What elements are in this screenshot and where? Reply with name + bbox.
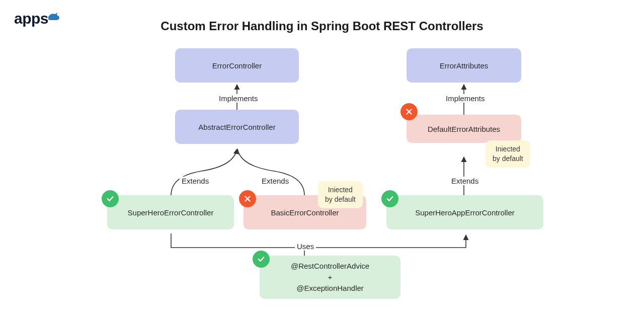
box-rest-controller-advice: @RestControllerAdvice + @ExceptionHandle… [260, 256, 400, 299]
box-label: DefaultErrorAttributes [428, 125, 500, 133]
cross-icon [400, 103, 418, 120]
box-label: SuperHeroAppErrorController [415, 208, 515, 217]
check-icon [102, 190, 119, 207]
box-superhero-app-error-controller: SuperHeroAppErrorController [386, 195, 543, 229]
note-injected-1: Iniected by default [318, 181, 363, 208]
label-extends-1: Extends [180, 177, 211, 185]
box-error-controller: ErrorController [175, 48, 299, 83]
box-label: AbstractErrorController [198, 123, 275, 131]
box-superhero-error-controller: SuperHeroErrorController [107, 195, 234, 229]
box-label: SuperHeroErrorController [128, 208, 214, 217]
label-uses: Uses [295, 242, 316, 251]
label-extends-2: Extends [260, 177, 291, 185]
check-icon [253, 251, 270, 268]
box-abstract-error-controller: AbstractErrorController [175, 110, 299, 144]
note-injected-2: Iniected by default [486, 140, 530, 168]
rhino-icon [47, 8, 60, 18]
box-label: ErrorAttributes [440, 61, 489, 70]
check-icon [381, 190, 398, 207]
box-label: BasicErrorController [271, 208, 339, 217]
box-error-attributes: ErrorAttributes [407, 48, 521, 83]
label-implements-1: Implements [217, 94, 260, 103]
box-label: @RestControllerAdvice + @ExceptionHandle… [291, 261, 369, 293]
box-default-error-attributes: DefaultErrorAttributes [407, 115, 521, 143]
page-title: Custom Error Handling in Spring Boot RES… [0, 19, 644, 33]
box-label: ErrorController [212, 61, 262, 70]
cross-icon [239, 190, 256, 207]
label-extends-3: Extends [449, 177, 480, 185]
label-implements-2: Implements [444, 94, 487, 103]
